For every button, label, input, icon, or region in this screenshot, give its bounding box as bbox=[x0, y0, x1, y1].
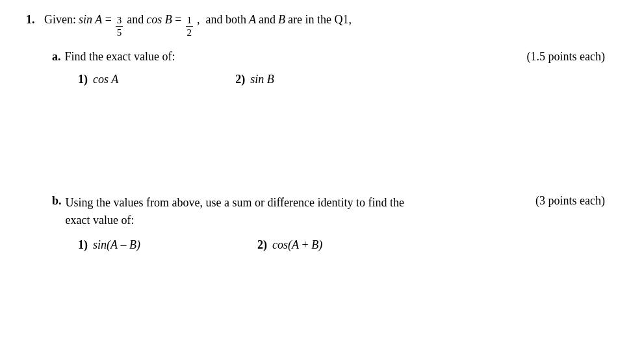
part-a-q2: 2) sin B bbox=[235, 73, 274, 86]
part-b-q1: 1) sin(A – B) bbox=[78, 238, 140, 252]
part-b-q2-number: 2) bbox=[257, 238, 267, 252]
cos-b-numerator: 1 bbox=[186, 14, 194, 27]
part-a-text: Find the exact value of: bbox=[65, 50, 527, 64]
part-b-q2: 2) cos(A + B) bbox=[257, 238, 322, 252]
part-b: b. Using the values from above, use a su… bbox=[52, 194, 618, 252]
sin-a-denominator: 5 bbox=[116, 27, 123, 38]
part-b-subquestions: 1) sin(A – B) 2) cos(A + B) bbox=[78, 238, 618, 252]
part-b-header: b. Using the values from above, use a su… bbox=[52, 194, 618, 229]
and1: and bbox=[127, 13, 144, 27]
sin-a-fraction: 3 5 bbox=[116, 14, 123, 38]
part-a-q1: 1) cos A bbox=[78, 73, 118, 86]
work-area-a bbox=[26, 97, 618, 175]
given-label: Given: bbox=[44, 13, 76, 27]
part-b-q1-text: sin(A – B) bbox=[93, 238, 140, 252]
a-variable: A bbox=[249, 13, 256, 26]
part-b-text: Using the values from above, use a sum o… bbox=[66, 194, 536, 229]
b-variable: B bbox=[278, 13, 285, 26]
cos-b-label: cos B = bbox=[146, 13, 181, 27]
part-a-q2-number: 2) bbox=[235, 73, 245, 86]
part-b-letter: b. bbox=[52, 194, 62, 208]
part-b-q1-number: 1) bbox=[78, 238, 88, 252]
part-a-subquestions: 1) cos A 2) sin B bbox=[78, 73, 618, 86]
cos-b-denominator: 2 bbox=[186, 27, 194, 38]
problem-number: 1. bbox=[26, 13, 39, 27]
sin-a-label: sin A = bbox=[79, 13, 112, 27]
cos-b-fraction: 1 2 bbox=[186, 14, 194, 38]
part-a-points: (1.5 points each) bbox=[527, 50, 618, 64]
part-b-points: (3 points each) bbox=[535, 194, 618, 208]
problem-1: 1. Given: sin A = 3 5 and cos B = 1 2 , … bbox=[26, 13, 618, 252]
given-line: Given: sin A = 3 5 and cos B = 1 2 , and… bbox=[44, 13, 352, 38]
and3: and bbox=[259, 13, 276, 27]
part-a-q1-number: 1) bbox=[78, 73, 88, 86]
problem-header: 1. Given: sin A = 3 5 and cos B = 1 2 , … bbox=[26, 13, 618, 38]
part-a-q2-text: sin B bbox=[250, 73, 274, 86]
part-a-q1-text: cos A bbox=[93, 73, 118, 86]
and2: , and both bbox=[197, 13, 246, 27]
part-a: a. Find the exact value of: (1.5 points … bbox=[52, 50, 618, 86]
are-in-q1: are in the Q1, bbox=[288, 13, 352, 27]
part-a-letter: a. bbox=[52, 50, 61, 64]
sin-a-numerator: 3 bbox=[116, 14, 123, 27]
part-b-q2-text: cos(A + B) bbox=[272, 238, 322, 252]
part-a-label: a. Find the exact value of: (1.5 points … bbox=[52, 50, 618, 64]
